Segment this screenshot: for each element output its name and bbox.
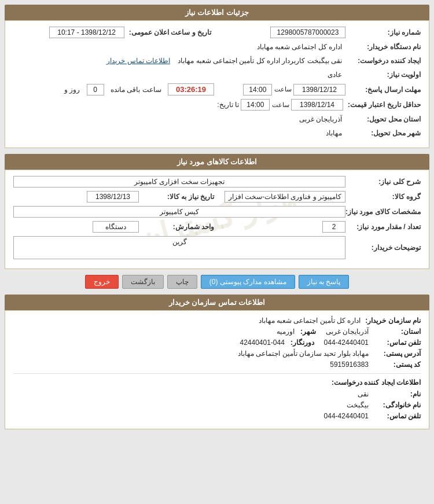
row-postal: کد پستی: 5915916383 [13, 360, 421, 369]
label-delivery-province: استان محل تحویل: [345, 115, 421, 123]
section2-container: اطلاعات کالاهای مورد نیاز هرار گستران شر… [5, 154, 429, 269]
section2-body: هرار گستران شرح کلی نیاز: تجهیزات سخت اف… [5, 170, 429, 269]
value-phone: 044-42440401 [324, 339, 369, 347]
value-org-name: اداره کل تأمین اجتماعی شعبه مهاباد [13, 317, 361, 325]
number-right: شماره نیاز: 1298005787000023 [223, 27, 421, 38]
row-creator-family: نام خانوادگی: بیگبخت [13, 401, 421, 409]
label-unit: واحد شمارش: [139, 223, 214, 231]
phone-fax-values: 044-42440401 دورنگار: 044-42440401 [13, 339, 369, 347]
label-province: استان: [369, 328, 421, 336]
row-buyer-name: نام دستگاه خریدار: اداره کل اجتماعی شعبه… [13, 42, 421, 52]
row-sharh: شرح کلی نیاز: تجهیزات سخت افزاری کامپیوت… [13, 176, 421, 187]
row-province-city: استان: آذربایجان غربی شهر: اورمیه [13, 328, 421, 336]
row-creator-phone: تلفن تماس: 044-42440401 [13, 412, 421, 420]
row-group-date: گروه کالا: کامپیوتر و فناوری اطلاعات-سخت… [13, 191, 421, 203]
number-left: تاریخ و ساعت اعلان عمومی: 1398/12/12 - 1… [13, 27, 211, 38]
section3-body: نام سازمان خریدار: اداره کل تأمین اجتماع… [5, 310, 429, 429]
date-section: تاریخ نیاز به کالا: 1398/12/13 [13, 191, 214, 203]
label-price-validity: حداقل تاریخ اعتبار قیمت: [343, 101, 421, 109]
section2-header: اطلاعات کالاهای مورد نیاز [5, 154, 429, 170]
price-validity-date: 1398/12/14 [291, 99, 343, 111]
value-city: اورمیه [277, 328, 295, 336]
value-postal: 5915916383 [13, 360, 369, 369]
label-buyer-name: نام دستگاه خریدار: [345, 43, 421, 51]
value-delivery-city: مهاباد [13, 128, 345, 138]
row-delivery-city: شهر محل تحویل: مهاباد [13, 128, 421, 138]
label-time-unit: ساعت [274, 86, 292, 93]
value-unit: دستگاه [93, 221, 139, 233]
label-announce-date: تاریخ و ساعت اعلان عمومی: [124, 28, 211, 36]
view-docs-button[interactable]: مشاهده مدارک پیوستی (0) [201, 275, 295, 289]
label-phone: تلفن تماس: [369, 339, 421, 347]
value-sharh: تجهیزات سخت افزاری کامپیوتر [13, 176, 345, 187]
section1-container: جزئیات اطلاعات نیاز شماره نیاز: 12980057… [5, 5, 429, 148]
row-creator-name: نام: نقی [13, 390, 421, 398]
value-fax: 044-42440401 [240, 339, 284, 347]
label-org-name: نام سازمان خریدار: [361, 317, 421, 325]
deadline-left: 03:26:19 ساعت باقی مانده 0 روز و [13, 83, 214, 95]
row-count-unit: تعداد / مقدار مورد نیاز: 2 واحد شمارش: د… [13, 221, 421, 233]
divider1 [13, 373, 421, 374]
value-tozihat: گرین [13, 236, 345, 259]
value-moshakhasat: کیس کامپیوتر [13, 206, 345, 218]
label-need-date: تاریخ نیاز به کالا: [139, 193, 214, 201]
label-fax: دورنگار: [290, 339, 314, 347]
label-address: آدرس پستی: [369, 350, 421, 358]
value-creator-phone: 044-42440401 [13, 412, 369, 420]
value-announce-date: 1398/12/12 - 10:17 [49, 27, 124, 38]
row-tozihat: توضیحات خریدار: گرین [13, 236, 421, 259]
label-count: تعداد / مقدار مورد نیاز: [345, 223, 421, 231]
row-delivery-province: استان محل تحویل: آذربایجان غربی [13, 114, 421, 124]
action-buttons: پاسخ به نیاز مشاهده مدارک پیوستی (0) چاپ… [5, 275, 429, 289]
contact-info-link[interactable]: اطلاعات تماس خریدار [106, 57, 170, 65]
row-creator: ایجاد کننده درخواست: نقی بیگبخت کاربردار… [13, 56, 421, 66]
label-postal: کد پستی: [369, 360, 421, 369]
label-tozihat: توضیحات خریدار: [345, 244, 421, 252]
value-delivery-province: آذربایجان غربی [13, 114, 345, 124]
section3-header: اطلاعات تماس سازمان خریدار [5, 295, 429, 310]
label-moshakhasat: مشخصات کالای مورد نیاز: [345, 208, 421, 216]
row-address: آدرس پستی: مهاباد بلوار تحید سازمان تأمی… [13, 350, 421, 358]
remaining-label: ساعت باقی مانده [111, 86, 161, 94]
label-priority: اولویت نیاز: [345, 71, 421, 79]
unit-section: واحد شمارش: دستگاه [13, 221, 214, 233]
label-creator-name: نام: [369, 390, 421, 398]
section1-body: شماره نیاز: 1298005787000023 تاریخ و ساع… [5, 20, 429, 148]
label-creator-family: نام خانوادگی: [369, 401, 421, 409]
price-validity-time: 14:00 [241, 99, 270, 111]
value-creator-family: بیگبخت [13, 401, 369, 409]
row-reply-deadline: مهلت ارسال پاسخ: 1398/12/12 ساعت 14:00 0… [13, 83, 421, 95]
row-number: شماره نیاز: 1298005787000023 تاریخ و ساع… [13, 27, 421, 38]
value-creator-name: نقی [13, 390, 369, 398]
days-value: 0 [87, 84, 104, 95]
value-priority: عادی [13, 69, 345, 80]
countdown-display: 03:26:19 [168, 83, 214, 95]
label-reply-deadline: مهلت ارسال پاسخ: [345, 86, 421, 94]
exit-button[interactable]: خروج [85, 275, 119, 289]
back-button[interactable]: بازگشت [122, 275, 164, 289]
value-province: آذربایجان غربی [326, 328, 369, 336]
row-price-validity: حداقل تاریخ اعتبار قیمت: 1398/12/14 ساعت… [13, 99, 421, 111]
value-number: 1298005787000023 [270, 27, 345, 38]
label-sharh: شرح کلی نیاز: [345, 178, 421, 186]
print-button[interactable]: چاپ [167, 275, 197, 289]
section1-header: جزئیات اطلاعات نیاز [5, 5, 429, 20]
deadline-right: مهلت ارسال پاسخ: 1398/12/12 ساعت 14:00 [220, 84, 421, 95]
province-city-values: آذربایجان غربی شهر: اورمیه [13, 328, 369, 336]
row-moshakhasat: مشخصات کالای مورد نیاز: کیس کامپیوتر [13, 206, 421, 218]
section4-subheader: اطلاعات ایجاد کننده درخواست: [13, 378, 421, 387]
deadline-date: 1398/12/12 [293, 84, 345, 95]
label-creator: ایجاد کننده درخواست: [345, 57, 421, 65]
count-section: تعداد / مقدار مورد نیاز: 2 [220, 221, 421, 233]
group-section: گروه کالا: کامپیوتر و فناوری اطلاعات-سخت… [220, 191, 421, 203]
label-creator-phone: تلفن تماس: [369, 412, 421, 420]
value-group: کامپیوتر و فناوری اطلاعات-سخت افزار [225, 191, 345, 203]
value-creator: نقی بیگبخت کاربردار اداره کل تأمین اجتما… [13, 56, 345, 66]
section3-container: اطلاعات تماس سازمان خریدار نام سازمان خر… [5, 295, 429, 429]
section4-title: اطلاعات ایجاد کننده درخواست: [332, 378, 421, 387]
reply-button[interactable]: پاسخ به نیاز [299, 275, 350, 289]
section2-content: شرح کلی نیاز: تجهیزات سخت افزاری کامپیوت… [13, 176, 421, 259]
label-city: شهر: [300, 328, 316, 336]
value-need-date: 1398/12/13 [87, 191, 139, 203]
value-buyer-name: اداره کل اجتماعی شعبه مهاباد [13, 42, 345, 52]
